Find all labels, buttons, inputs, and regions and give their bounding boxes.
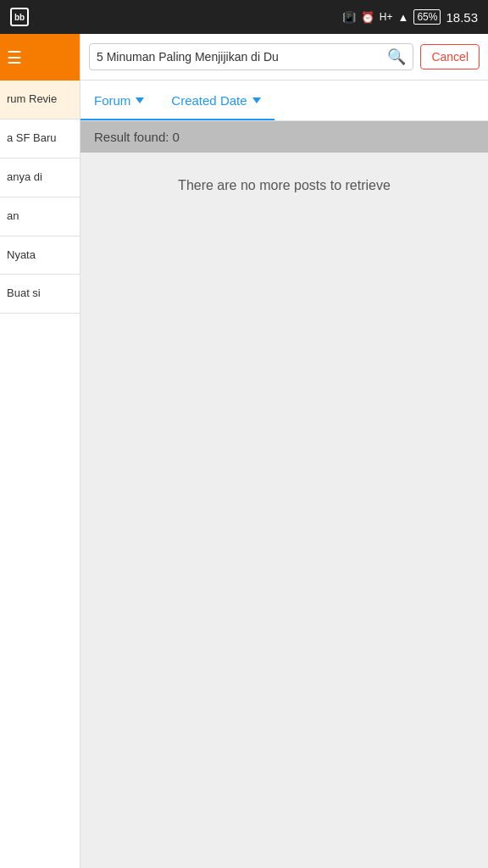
result-count-bar: Result found: 0 bbox=[80, 121, 488, 153]
status-bar: bb 📳 ⏰ H+ ▲ 65% 18.53 bbox=[0, 0, 488, 34]
alarm-icon: ⏰ bbox=[361, 11, 374, 24]
blackberry-icon: bb bbox=[10, 8, 29, 26]
sort-arrow-forum bbox=[136, 97, 144, 103]
sidebar-item-3[interactable]: an bbox=[0, 198, 80, 236]
sidebar-header: ☰ bbox=[0, 34, 80, 81]
clock: 18.53 bbox=[446, 10, 478, 25]
menu-icon[interactable]: ☰ bbox=[7, 47, 22, 68]
network-icon: ▲ bbox=[398, 11, 409, 24]
sort-tab-created-date[interactable]: Created Date bbox=[158, 81, 274, 120]
sort-tab-forum[interactable]: Forum bbox=[80, 81, 158, 120]
sidebar-item-forum-review[interactable]: rum Revie bbox=[0, 81, 80, 120]
no-posts-message: There are no more posts to retrieve bbox=[80, 153, 488, 219]
status-left: bb bbox=[10, 8, 29, 26]
signal-icon: H+ bbox=[380, 11, 393, 23]
status-right: 📳 ⏰ H+ ▲ 65% 18.53 bbox=[342, 9, 478, 25]
sidebar-item-1[interactable]: a SF Baru bbox=[0, 120, 80, 159]
results-area: Result found: 0 There are no more posts … bbox=[80, 121, 488, 868]
sidebar-item-2[interactable]: anya di bbox=[0, 159, 80, 198]
search-bar: 🔍 Cancel bbox=[80, 34, 488, 81]
battery-indicator: 65% bbox=[413, 9, 441, 25]
search-input-wrapper: 🔍 bbox=[89, 43, 413, 70]
sidebar-item-5[interactable]: Buat si bbox=[0, 275, 80, 314]
sort-row: Forum Created Date bbox=[80, 81, 488, 121]
sidebar: ☰ rum Revie a SF Baru anya di an Nyata B… bbox=[0, 34, 80, 868]
main-wrapper: ☰ rum Revie a SF Baru anya di an Nyata B… bbox=[0, 34, 488, 868]
cancel-button[interactable]: Cancel bbox=[420, 44, 480, 70]
search-panel: 🔍 Cancel Forum Created Date Result found… bbox=[80, 34, 488, 868]
search-icon[interactable]: 🔍 bbox=[387, 47, 406, 66]
sort-arrow-date bbox=[252, 97, 261, 103]
sidebar-item-4[interactable]: Nyata bbox=[0, 236, 80, 275]
search-input[interactable] bbox=[97, 50, 387, 64]
vibration-icon: 📳 bbox=[342, 11, 356, 24]
